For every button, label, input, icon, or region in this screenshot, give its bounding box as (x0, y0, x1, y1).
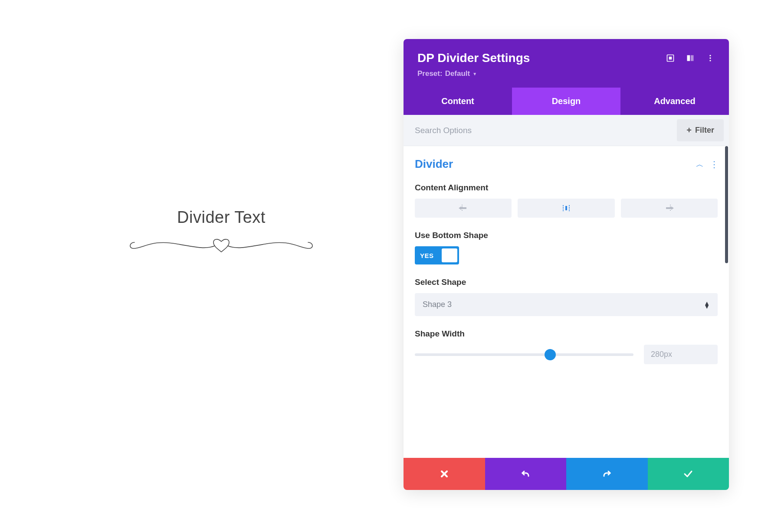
tab-design[interactable]: Design (512, 88, 620, 115)
svg-marker-15 (671, 206, 674, 210)
align-right-button[interactable] (621, 199, 718, 218)
label-use-bottom-shape: Use Bottom Shape (415, 231, 718, 240)
undo-button[interactable] (485, 458, 567, 490)
save-button[interactable] (648, 458, 729, 490)
cancel-button[interactable] (404, 458, 485, 490)
svg-rect-14 (666, 207, 671, 209)
label-content-alignment: Content Alignment (415, 183, 718, 193)
expand-icon[interactable] (666, 53, 675, 63)
toggle-yes-label: YES (420, 252, 442, 259)
preset-prefix: Preset: (417, 69, 443, 78)
svg-rect-12 (565, 206, 567, 210)
align-left-button[interactable] (415, 199, 512, 218)
filter-label: Filter (695, 126, 714, 135)
toggle-knob (442, 248, 457, 262)
search-input[interactable] (404, 116, 672, 145)
slider-thumb[interactable] (545, 349, 556, 360)
section-title: Divider (415, 157, 696, 171)
tabs: Content Design Advanced (404, 88, 729, 115)
svg-point-4 (709, 55, 711, 56)
svg-rect-1 (669, 57, 672, 59)
svg-rect-2 (687, 55, 690, 61)
section-divider-header[interactable]: Divider ︿ ⋮ (404, 146, 729, 179)
divider-preview: Divider Text (91, 208, 351, 259)
chevron-up-icon: ︿ (696, 159, 704, 170)
sort-icon: ▲▼ (704, 301, 710, 308)
label-shape-width: Shape Width (415, 329, 718, 339)
columns-icon[interactable] (686, 53, 695, 63)
svg-rect-9 (461, 207, 466, 209)
panel-body: Divider ︿ ⋮ Content Alignment (404, 146, 729, 458)
preset-selector[interactable]: Preset: Default ▼ (417, 69, 477, 78)
divider-text: Divider Text (91, 208, 351, 227)
select-shape-value: Shape 3 (423, 300, 704, 309)
preset-value: Default (445, 69, 470, 78)
panel-header: DP Divider Settings (404, 39, 729, 88)
section-more-icon[interactable]: ⋮ (710, 159, 718, 170)
shape-width-value[interactable]: 280px (644, 345, 718, 364)
svg-point-6 (709, 60, 711, 61)
caret-down-icon: ▼ (473, 72, 477, 76)
panel-footer (404, 458, 729, 490)
settings-panel: DP Divider Settings (404, 39, 729, 490)
field-select-shape: Select Shape Shape 3 ▲▼ (404, 273, 729, 325)
scrollbar-thumb[interactable] (725, 146, 728, 263)
field-use-bottom-shape: Use Bottom Shape YES (404, 226, 729, 273)
filter-button[interactable]: + Filter (677, 119, 724, 141)
label-select-shape: Select Shape (415, 277, 718, 287)
panel-header-icons (666, 53, 715, 63)
tab-advanced[interactable]: Advanced (620, 88, 729, 115)
toggle-use-bottom-shape[interactable]: YES (415, 246, 459, 264)
svg-marker-8 (459, 206, 461, 210)
svg-point-5 (709, 57, 711, 59)
more-icon[interactable] (706, 53, 715, 63)
plus-icon: + (686, 125, 692, 135)
align-center-button[interactable] (518, 199, 614, 218)
divider-shape-heart (91, 231, 351, 259)
tab-content[interactable]: Content (404, 88, 512, 115)
field-shape-width: Shape Width 280px (404, 325, 729, 373)
field-content-alignment: Content Alignment (404, 179, 729, 226)
search-row: + Filter (404, 115, 729, 146)
shape-width-slider[interactable] (415, 353, 633, 356)
select-shape-dropdown[interactable]: Shape 3 ▲▼ (415, 293, 718, 316)
redo-button[interactable] (566, 458, 648, 490)
svg-rect-3 (691, 55, 694, 61)
panel-title: DP Divider Settings (417, 51, 666, 65)
